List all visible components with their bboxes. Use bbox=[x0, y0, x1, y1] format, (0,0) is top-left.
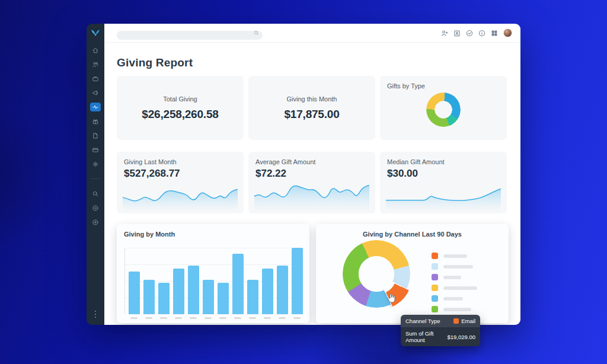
tooltip-amount: $19,029.00 bbox=[447, 334, 475, 340]
apps-grid-icon[interactable] bbox=[491, 30, 498, 37]
wallet-icon bbox=[92, 146, 99, 154]
giving-last-month-sparkline bbox=[123, 181, 238, 210]
contacts-book-icon[interactable] bbox=[453, 30, 461, 37]
sidebar-item-payments[interactable] bbox=[90, 145, 101, 154]
stat-card-giving-this-month: Giving this Month $17,875.00 bbox=[248, 76, 375, 140]
stat-label: Average Gift Amount bbox=[255, 158, 315, 165]
check-circle-icon[interactable] bbox=[466, 30, 473, 37]
sidebar-item-search[interactable] bbox=[90, 189, 101, 198]
sidebar-item-gifts[interactable] bbox=[90, 117, 101, 126]
legend-item[interactable] bbox=[432, 285, 477, 291]
home-icon bbox=[92, 47, 99, 54]
giving-by-channel-card: Giving by Channel Last 90 Days bbox=[316, 224, 509, 323]
arrow-circle-icon bbox=[92, 205, 99, 212]
chart-title: Giving by Month bbox=[124, 231, 175, 238]
sidebar-item-home[interactable] bbox=[90, 46, 101, 55]
search-input[interactable] bbox=[117, 31, 263, 40]
sidebar-item-campaigns[interactable] bbox=[90, 88, 101, 97]
legend-label-placeholder bbox=[443, 276, 461, 279]
person-add-icon[interactable] bbox=[441, 30, 448, 37]
stat-value: $30.00 bbox=[387, 168, 418, 180]
gifts-by-type-donut-chart[interactable] bbox=[426, 92, 461, 127]
sidebar-item-go[interactable] bbox=[90, 203, 101, 212]
chart-icon bbox=[92, 104, 99, 111]
tooltip-series-value: Email bbox=[461, 318, 475, 324]
x-axis-label-placeholder bbox=[143, 317, 154, 319]
legend-label-placeholder bbox=[443, 254, 467, 258]
legend-item[interactable] bbox=[432, 263, 477, 270]
stat-label: Gifts by Type bbox=[387, 82, 425, 90]
tooltip-series-swatch bbox=[453, 318, 459, 324]
bar[interactable] bbox=[158, 248, 170, 314]
giving-by-month-card: Giving by Month bbox=[117, 224, 309, 323]
x-axis-label-placeholder bbox=[172, 317, 184, 319]
sidebar-item-briefcase[interactable] bbox=[90, 74, 101, 83]
document-icon bbox=[92, 132, 99, 139]
info-circle-icon[interactable] bbox=[478, 30, 485, 37]
stat-label: Total Giving bbox=[163, 95, 197, 103]
sidebar-item-contacts[interactable] bbox=[90, 60, 101, 69]
avatar[interactable] bbox=[503, 28, 512, 37]
stat-card-median-gift: Median Gift Amount $30.00 bbox=[380, 152, 507, 213]
main-panel: Giving Report Total Giving $26,258,260.5… bbox=[104, 24, 520, 325]
bar[interactable] bbox=[247, 248, 258, 314]
bar[interactable] bbox=[232, 248, 244, 314]
bar[interactable] bbox=[188, 248, 199, 314]
x-axis-label-placeholder bbox=[128, 317, 139, 319]
legend-item[interactable] bbox=[432, 295, 477, 302]
plus-circle-icon bbox=[92, 219, 99, 226]
chart-title: Giving by Channel Last 90 Days bbox=[316, 231, 509, 238]
search-icon bbox=[92, 190, 99, 197]
average-gift-sparkline bbox=[254, 181, 369, 210]
x-axis-label-placeholder bbox=[292, 317, 303, 319]
legend-swatch bbox=[432, 274, 438, 280]
kebab-menu-icon[interactable] bbox=[95, 311, 97, 318]
sidebar-item-giving-report[interactable] bbox=[90, 103, 101, 111]
contacts-icon bbox=[92, 61, 99, 68]
legend-swatch bbox=[432, 285, 438, 291]
bar[interactable] bbox=[129, 248, 140, 314]
topbar bbox=[104, 24, 520, 43]
gift-icon bbox=[92, 118, 99, 125]
legend-label-placeholder bbox=[443, 286, 477, 290]
stat-value: $26,258,260.58 bbox=[142, 108, 218, 121]
stat-label: Giving Last Month bbox=[124, 158, 177, 165]
legend-item[interactable] bbox=[432, 253, 477, 259]
legend-swatch bbox=[432, 306, 438, 312]
x-axis-label-placeholder bbox=[262, 317, 273, 319]
bar[interactable] bbox=[173, 248, 184, 314]
median-gift-sparkline bbox=[386, 181, 501, 210]
app-logo[interactable] bbox=[90, 29, 101, 37]
sidebar-item-settings[interactable] bbox=[90, 159, 101, 168]
sidebar-item-documents[interactable] bbox=[90, 131, 101, 140]
x-axis-label-placeholder bbox=[232, 317, 244, 319]
x-axis-label-placeholder bbox=[158, 317, 169, 319]
bar[interactable] bbox=[143, 248, 155, 314]
x-axis-label-placeholder bbox=[247, 317, 258, 319]
sidebar bbox=[87, 24, 104, 325]
x-axis-label-placeholder bbox=[202, 317, 213, 319]
tooltip-label: Channel Type bbox=[405, 318, 440, 324]
legend-label-placeholder bbox=[443, 265, 473, 269]
bar-chart-x-axis bbox=[128, 317, 303, 319]
stat-value: $527,268.77 bbox=[124, 168, 180, 180]
bar[interactable] bbox=[203, 248, 214, 314]
bar[interactable] bbox=[292, 248, 303, 314]
bar[interactable] bbox=[277, 248, 288, 314]
sidebar-item-add[interactable] bbox=[90, 218, 101, 226]
legend-swatch bbox=[432, 263, 438, 270]
stat-card-average-gift: Average Gift Amount $72.22 bbox=[248, 152, 375, 213]
tooltip-label: Sum of Gift Amount bbox=[405, 330, 447, 343]
bar[interactable] bbox=[218, 248, 229, 314]
legend-label-placeholder bbox=[443, 297, 463, 301]
legend-item[interactable] bbox=[432, 306, 477, 312]
bar[interactable] bbox=[262, 248, 273, 314]
legend-item[interactable] bbox=[432, 274, 477, 280]
giving-by-channel-donut-chart[interactable] bbox=[343, 240, 410, 308]
giving-by-month-bar-chart[interactable] bbox=[124, 248, 303, 314]
stat-card-total-giving: Total Giving $26,258,260.58 bbox=[117, 76, 244, 140]
x-axis-label-placeholder bbox=[217, 317, 228, 319]
page-title: Giving Report bbox=[117, 56, 193, 69]
sidebar-divider bbox=[91, 178, 100, 179]
briefcase-icon bbox=[92, 75, 99, 82]
